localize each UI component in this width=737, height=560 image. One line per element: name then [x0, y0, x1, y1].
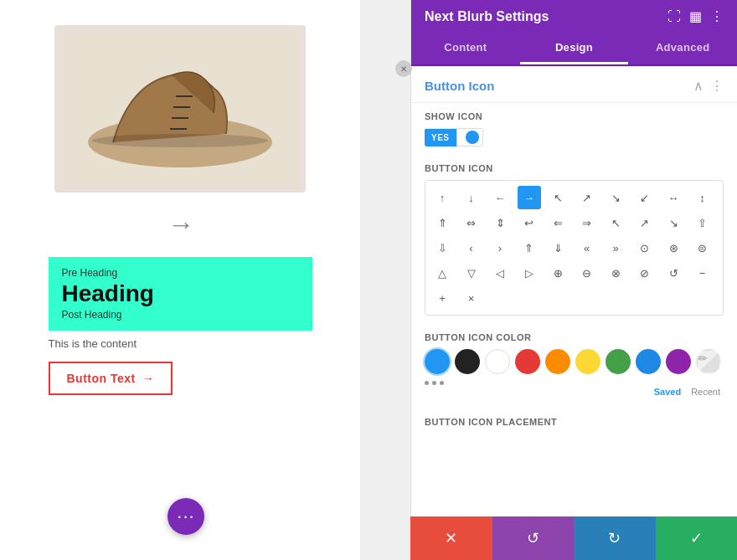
icon-dbl-chevron-left[interactable]: «	[575, 236, 599, 259]
layout-icon[interactable]: ▦	[689, 8, 702, 24]
icon-updown[interactable]: ↕	[691, 186, 714, 209]
toggle-container: YES	[425, 128, 724, 146]
icon-dbl-right[interactable]: ⇒	[575, 211, 599, 234]
section-more-icon[interactable]: ⋮	[710, 78, 724, 94]
icon-ne[interactable]: ↗	[633, 211, 657, 234]
more-dots[interactable]	[425, 379, 724, 387]
post-heading-text: Post Heading	[62, 309, 299, 321]
toggle-yes-label: YES	[425, 129, 456, 146]
icon-downleft[interactable]: ↙	[633, 186, 657, 209]
tab-content[interactable]: Content	[411, 33, 520, 64]
icon-dbl-leftright[interactable]: ⇔	[460, 211, 483, 234]
show-icon-field: Show Icon YES	[411, 103, 737, 155]
icon-undo[interactable]: ↺	[662, 261, 685, 285]
cta-button-arrow: →	[142, 372, 155, 385]
show-icon-label: Show Icon	[425, 111, 724, 121]
icon-up[interactable]: ↑	[430, 186, 454, 209]
icon-return[interactable]: ↩	[518, 211, 541, 234]
tab-advanced[interactable]: Advanced	[628, 33, 737, 64]
svg-point-6	[92, 134, 268, 147]
icon-down[interactable]: ↓	[460, 186, 483, 209]
color-orange[interactable]	[545, 349, 570, 374]
cancel-icon: ✕	[445, 529, 457, 547]
collapse-icon[interactable]: ∧	[693, 78, 704, 94]
section-header: Button Icon ∧ ⋮	[411, 66, 737, 103]
preview-area: → Pre Heading Heading Post Heading This …	[0, 0, 360, 560]
icon-dbl-chevron-right[interactable]: »	[604, 236, 627, 259]
panel-toolbar: ✕ ↺ ↻ ✓	[410, 516, 737, 560]
color-blue[interactable]	[425, 349, 450, 374]
color-meta: Saved Recent	[425, 387, 724, 400]
recent-label: Recent	[691, 387, 720, 397]
icon-tri-left[interactable]: ◁	[488, 261, 512, 285]
icon-upright[interactable]: ↗	[575, 186, 599, 209]
panel-title: Next Blurb Settings	[425, 9, 549, 24]
icon-leftright[interactable]: ↔	[662, 186, 685, 209]
toggle-circle	[466, 131, 479, 144]
icon-minus[interactable]: −	[691, 261, 714, 285]
icon-up2[interactable]: ⇧	[691, 211, 714, 234]
icon-chevron-right[interactable]: ›	[488, 236, 512, 259]
icon-nw[interactable]: ↖	[604, 211, 627, 234]
icon-left[interactable]: ←	[488, 186, 512, 209]
icon-circle-tri-up[interactable]: ⊕	[546, 261, 570, 285]
icon-dbl-up2[interactable]: ⇑	[518, 236, 541, 259]
icon-circle-up[interactable]: ⊙	[633, 236, 657, 259]
undo-button[interactable]: ↺	[492, 516, 575, 560]
color-blue2[interactable]	[636, 349, 661, 374]
button-icon-placement-field: Button Icon Placement	[411, 408, 737, 442]
color-black[interactable]	[455, 349, 480, 374]
content-text: This is the content	[49, 337, 312, 350]
icon-dbl-down[interactable]: ⇓	[546, 236, 570, 259]
color-white[interactable]	[485, 349, 510, 374]
settings-panel: Next Blurb Settings ⛶ ▦ ⋮ Content Design…	[410, 0, 737, 560]
color-custom[interactable]: ✏	[696, 349, 721, 374]
color-purple[interactable]	[666, 349, 691, 374]
color-red[interactable]	[515, 349, 540, 374]
icon-right[interactable]: →	[518, 186, 541, 209]
icon-chevron-left[interactable]: ‹	[460, 236, 483, 259]
color-green[interactable]	[606, 349, 631, 374]
redo-button[interactable]: ↻	[574, 516, 656, 560]
icon-downright[interactable]: ↘	[604, 186, 627, 209]
fab-button[interactable]: ···	[168, 498, 204, 535]
cta-button-text: Button Text	[67, 372, 136, 385]
tab-design[interactable]: Design	[520, 33, 629, 64]
redo-icon: ↻	[608, 529, 621, 547]
panel-close-edge-button[interactable]: ✕	[395, 60, 412, 77]
save-button[interactable]: ✓	[656, 516, 738, 560]
icon-dbl-updown[interactable]: ⇕	[488, 211, 512, 234]
fullscreen-icon[interactable]: ⛶	[667, 9, 681, 24]
button-icon-color-label: Button Icon Color	[425, 332, 724, 342]
icon-se[interactable]: ↘	[662, 211, 685, 234]
cta-button[interactable]: Button Text →	[49, 362, 173, 395]
close-edge-icon: ✕	[400, 64, 407, 74]
button-icon-field: Button Icon ↑ ↓ ← → ↖ ↗ ↘ ↙ ↔ ↕ ⇑ ⇔ ⇕ ↩ …	[411, 155, 737, 324]
icon-dbl-left[interactable]: ⇐	[546, 211, 570, 234]
icon-dbl-up[interactable]: ⇑	[430, 211, 454, 234]
button-icon-label: Button Icon	[425, 163, 724, 173]
fab-dots-icon: ···	[177, 507, 194, 526]
panel-header-icons: ⛶ ▦ ⋮	[667, 8, 724, 24]
button-wrapper: Button Text →	[49, 362, 312, 395]
icon-tri-up[interactable]: △	[430, 261, 454, 285]
pre-heading-text: Pre Heading	[62, 267, 299, 279]
show-icon-toggle[interactable]: YES	[425, 128, 483, 146]
cancel-button[interactable]: ✕	[410, 516, 492, 560]
icon-upleft[interactable]: ↖	[546, 186, 570, 209]
icon-circle-x[interactable]: ⊜	[691, 236, 714, 259]
section-title: Button Icon	[425, 79, 494, 93]
icon-plus[interactable]: +	[430, 286, 454, 310]
icon-circle-check[interactable]: ⊛	[662, 236, 685, 259]
color-yellow[interactable]	[575, 349, 600, 374]
more-options-icon[interactable]: ⋮	[710, 8, 724, 24]
icon-circle-tri-right[interactable]: ⊘	[633, 261, 657, 285]
icon-circle-tri-left[interactable]: ⊗	[604, 261, 627, 285]
color-row: ✏	[425, 349, 724, 374]
icon-down2[interactable]: ⇩	[430, 236, 454, 259]
icon-tri-down[interactable]: ▽	[460, 261, 483, 285]
icon-grid: ↑ ↓ ← → ↖ ↗ ↘ ↙ ↔ ↕ ⇑ ⇔ ⇕ ↩ ⇐ ⇒ ↖ ↗ ↘ ⇧	[425, 180, 724, 316]
icon-times[interactable]: ×	[460, 286, 483, 310]
icon-circle-tri-down[interactable]: ⊖	[575, 261, 599, 285]
icon-tri-right[interactable]: ▷	[518, 261, 541, 285]
